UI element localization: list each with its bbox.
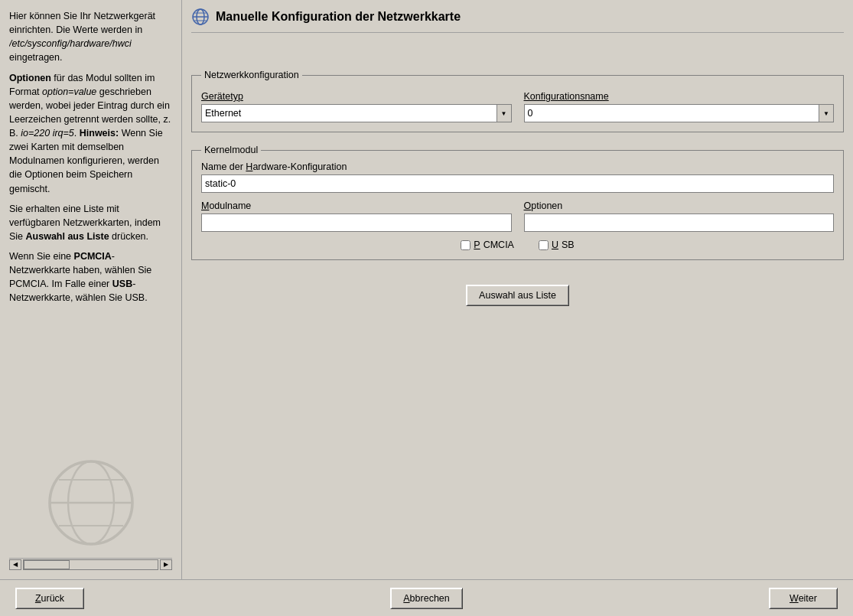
content-header: Manuelle Konfiguration der Netzwerkkarte <box>191 8 844 33</box>
options-group: Optionen <box>524 200 835 232</box>
header-network-icon <box>191 8 210 26</box>
module-name-label: Modulname <box>201 200 512 211</box>
scroll-right-btn[interactable]: ▶ <box>160 559 172 570</box>
hw-config-input[interactable]: static-0 <box>201 174 834 193</box>
config-name-group: Konfigurationsname 012 ▼ <box>524 91 835 122</box>
sidebar-text: Hier können Sie Ihr Netzwerkgerät einric… <box>9 9 172 558</box>
top-spacer <box>191 42 844 57</box>
page-title: Manuelle Konfiguration der Netzwerkkarte <box>216 10 461 24</box>
device-type-select[interactable]: EthernetWLANModemISDN <box>201 104 512 122</box>
network-config-row: Gerätetyp EthernetWLANModemISDN ▼ Konfig… <box>201 91 834 122</box>
pcmcia-checkbox-label[interactable]: PCMCIA <box>461 240 514 250</box>
cancel-button[interactable]: Abbrechen <box>390 588 462 609</box>
scroll-track <box>23 559 158 570</box>
content-area: Manuelle Konfiguration der Netzwerkkarte… <box>182 0 853 579</box>
sidebar-para-2: Optionen für das Modul sollten im Format… <box>9 71 172 196</box>
cancel-button-label: Abbrechen <box>403 593 449 604</box>
hw-config-group: Name der Hardware-Konfiguration static-0 <box>201 161 834 193</box>
module-name-input[interactable] <box>201 213 512 232</box>
module-name-group: Modulname <box>201 200 512 232</box>
module-options-row: Modulname Optionen <box>201 200 834 232</box>
kernel-module-legend: Kernelmodul <box>201 145 261 155</box>
scroll-thumb[interactable] <box>24 560 70 569</box>
sidebar-para-4: Wenn Sie eine PCMCIA-Netzwerkkarte haben… <box>9 249 172 305</box>
back-button[interactable]: Zurück <box>15 588 84 609</box>
sidebar: Hier können Sie Ihr Netzwerkgerät einric… <box>0 0 182 579</box>
sidebar-para-1: Hier können Sie Ihr Netzwerkgerät einric… <box>9 9 172 65</box>
sidebar-scrollbar[interactable]: ◀ ▶ <box>9 558 172 570</box>
device-type-label: Gerätetyp <box>201 91 512 102</box>
back-button-label: Zurück <box>35 593 64 604</box>
sidebar-para-3: Sie erhalten eine Liste mit verfügbaren … <box>9 202 172 243</box>
hw-config-label: Name der Hardware-Konfiguration <box>201 161 834 172</box>
options-input[interactable] <box>524 213 835 232</box>
usb-checkbox-label[interactable]: USB <box>539 240 575 250</box>
pcmcia-checkbox[interactable] <box>461 240 470 250</box>
kernel-module-section: Kernelmodul Name der Hardware-Konfigurat… <box>191 145 844 260</box>
network-config-legend: Netzwerkkonfiguration <box>201 70 302 80</box>
config-name-wrapper: 012 ▼ <box>524 104 835 122</box>
usb-checkbox[interactable] <box>539 240 549 250</box>
scroll-left-btn[interactable]: ◀ <box>9 559 21 570</box>
next-button[interactable]: Weiter <box>769 588 838 609</box>
config-name-label: Konfigurationsname <box>524 91 835 102</box>
device-type-group: Gerätetyp EthernetWLANModemISDN ▼ <box>201 91 512 122</box>
config-name-select[interactable]: 012 <box>524 104 835 122</box>
options-label: Optionen <box>524 200 835 211</box>
select-from-list-button[interactable]: Auswahl aus Liste <box>466 285 569 306</box>
bottom-bar: Zurück Abbrechen Weiter <box>0 579 853 616</box>
device-type-wrapper: EthernetWLANModemISDN ▼ <box>201 104 512 122</box>
next-button-label: Weiter <box>790 593 817 604</box>
network-config-section: Netzwerkkonfiguration Gerätetyp Ethernet… <box>191 70 844 132</box>
select-list-button-row: Auswahl aus Liste <box>191 285 844 306</box>
content-body: Netzwerkkonfiguration Gerätetyp Ethernet… <box>191 42 844 579</box>
checkbox-row: PCMCIA USB <box>201 240 834 250</box>
